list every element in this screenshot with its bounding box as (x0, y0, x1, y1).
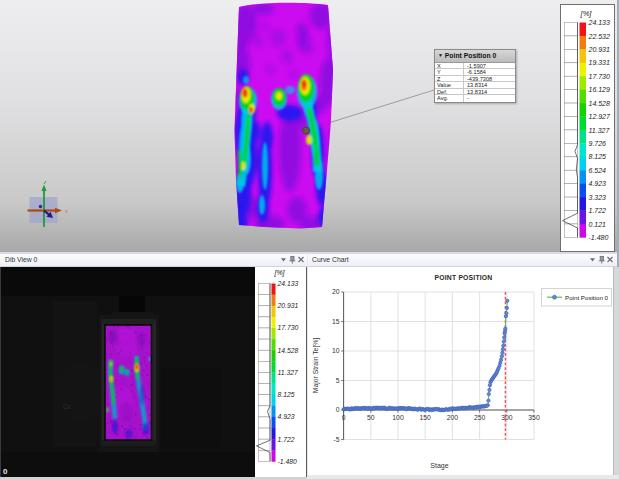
svg-text:17.730: 17.730 (589, 73, 611, 80)
svg-text:8.125: 8.125 (589, 153, 607, 160)
svg-text:20.931: 20.931 (588, 46, 611, 53)
svg-text:24.133: 24.133 (588, 19, 611, 26)
svg-text:[%]: [%] (580, 9, 593, 18)
svg-text:24.133: 24.133 (277, 280, 299, 287)
svg-text:0.121: 0.121 (589, 221, 607, 228)
svg-text:11.327: 11.327 (278, 369, 299, 376)
svg-text:4.923: 4.923 (278, 413, 295, 420)
svg-text:19.331: 19.331 (589, 59, 611, 66)
svg-text:17.730: 17.730 (278, 324, 299, 331)
svg-text:Stage: Stage (430, 462, 448, 470)
svg-text:-1.480: -1.480 (278, 458, 297, 465)
svg-text:-1.480: -1.480 (589, 234, 609, 241)
svg-text:14.528: 14.528 (278, 347, 299, 354)
svg-text:100: 100 (392, 414, 404, 421)
svg-text:14.528: 14.528 (589, 100, 611, 107)
svg-text:5: 5 (336, 377, 340, 384)
svg-text:8.125: 8.125 (278, 391, 295, 398)
svg-text:0: 0 (342, 414, 346, 421)
svg-text:1.722: 1.722 (589, 207, 607, 214)
svg-text:350: 350 (528, 414, 540, 421)
svg-text:11.327: 11.327 (589, 127, 611, 134)
svg-text:22.532: 22.532 (588, 33, 611, 40)
svg-text:150: 150 (420, 414, 432, 421)
svg-text:200: 200 (447, 414, 459, 421)
svg-text:1.722: 1.722 (278, 436, 295, 443)
svg-text:[%]: [%] (273, 269, 285, 277)
svg-text:15: 15 (332, 318, 340, 325)
svg-text:20.931: 20.931 (277, 302, 299, 309)
svg-text:Cϵ: Cϵ (63, 403, 71, 410)
svg-text:Major Strain Te[%]: Major Strain Te[%] (312, 338, 320, 394)
svg-text:50: 50 (367, 414, 375, 421)
svg-text:9.726: 9.726 (589, 140, 607, 147)
svg-text:-5: -5 (334, 436, 340, 443)
svg-text:x: x (65, 208, 68, 214)
svg-text:6.524: 6.524 (589, 167, 607, 174)
svg-text:POINT POSITION: POINT POSITION (435, 274, 493, 281)
svg-text:0: 0 (336, 406, 340, 413)
svg-text:16.129: 16.129 (589, 86, 611, 93)
svg-text:20: 20 (332, 288, 340, 295)
svg-text:0: 0 (3, 467, 8, 476)
svg-text:12.927: 12.927 (589, 113, 612, 120)
svg-text:250: 250 (474, 414, 486, 421)
svg-text:4.923: 4.923 (589, 180, 607, 187)
svg-text:3.323: 3.323 (589, 194, 607, 201)
svg-text:300: 300 (501, 414, 513, 421)
svg-text:Point Position 0: Point Position 0 (565, 294, 609, 301)
svg-text:10: 10 (332, 347, 340, 354)
